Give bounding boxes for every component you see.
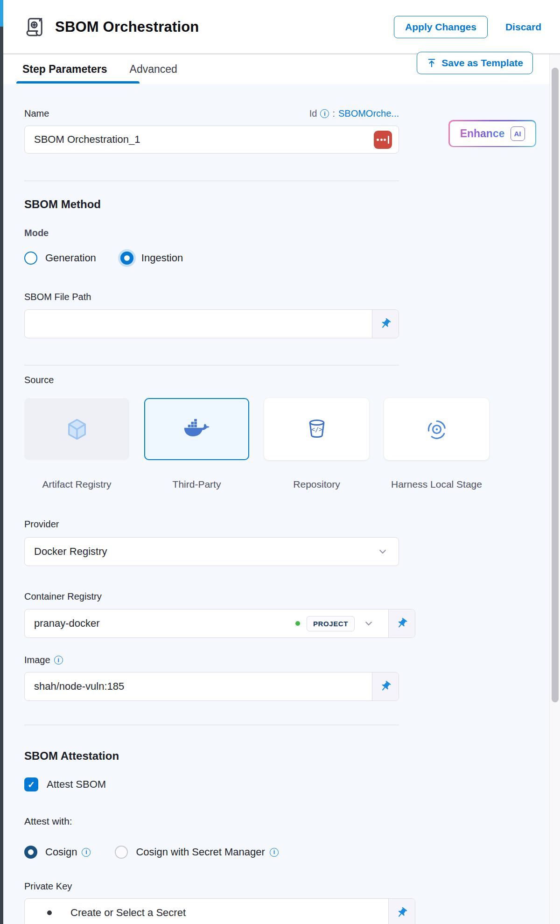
- radio-cosign-secret-manager[interactable]: [115, 846, 128, 859]
- radio-generation-label[interactable]: Generation: [45, 252, 96, 264]
- discard-button[interactable]: Discard: [505, 21, 541, 33]
- scrollbar-thumb[interactable]: [552, 68, 559, 702]
- sbom-step-icon: [24, 16, 47, 38]
- sbom-attestation-heading: SBOM Attestation: [24, 749, 560, 763]
- divider: [24, 181, 399, 181]
- source-card-harness-local-stage[interactable]: [384, 398, 489, 460]
- provider-select[interactable]: Docker Registry: [24, 537, 399, 566]
- drawer-header: SBOM Orchestration Apply Changes Discard: [3, 0, 560, 54]
- source-label: Source: [24, 375, 560, 385]
- divider: [24, 725, 399, 725]
- header-actions: Apply Changes Discard: [394, 16, 541, 38]
- mode-label: Mode: [24, 228, 560, 238]
- runtime-input-pin-button[interactable]: [372, 672, 399, 700]
- active-tab-underline: [16, 81, 140, 84]
- cosign-info-icon[interactable]: i: [82, 848, 91, 857]
- sbom-method-heading: SBOM Method: [24, 198, 560, 211]
- chevron-down-icon[interactable]: [364, 619, 373, 628]
- enhance-label: Enhance: [460, 127, 505, 140]
- source-card-label[interactable]: Third-Party: [173, 476, 221, 492]
- radio-cosign-secret-manager-label[interactable]: Cosign with Secret Manager: [136, 846, 265, 858]
- image-label: Image: [24, 655, 50, 665]
- pin-icon: [393, 615, 410, 632]
- svg-text:</>: </>: [311, 426, 322, 433]
- step-config-drawer: SBOM Orchestration Apply Changes Discard…: [3, 0, 560, 924]
- page-title: SBOM Orchestration: [55, 19, 199, 35]
- docker-whale-icon: [183, 419, 210, 440]
- private-key-label: Private Key: [24, 881, 560, 892]
- radio-cosign-label[interactable]: Cosign: [45, 846, 77, 858]
- radio-ingestion-label[interactable]: Ingestion: [141, 252, 183, 264]
- pin-icon: [377, 315, 394, 332]
- attest-sbom-checkbox[interactable]: ✓: [24, 777, 38, 791]
- edit-name-icon[interactable]: [374, 131, 392, 149]
- pin-icon: [393, 904, 410, 921]
- private-key-secret-input[interactable]: Create or Select a Secret: [24, 898, 415, 924]
- ai-badge-icon: AI: [511, 126, 525, 141]
- tab-step-parameters[interactable]: Step Parameters: [22, 63, 107, 76]
- step-id[interactable]: Id i : SBOMOrche...: [309, 108, 399, 119]
- source-card-label[interactable]: Harness Local Stage: [391, 476, 482, 492]
- chevron-down-icon: [378, 547, 387, 556]
- enhance-ai-button[interactable]: Enhance AI: [448, 120, 536, 147]
- tab-advanced[interactable]: Advanced: [130, 63, 177, 76]
- id-info-icon[interactable]: i: [320, 109, 329, 118]
- scrollbar-track[interactable]: [549, 54, 560, 924]
- sbom-file-path-label: SBOM File Path: [24, 292, 560, 302]
- sbom-file-path-input[interactable]: [24, 309, 399, 338]
- runtime-input-pin-button[interactable]: [388, 899, 415, 924]
- source-card-repository[interactable]: </>: [264, 398, 369, 460]
- harness-local-stage-icon: [425, 418, 448, 441]
- image-input[interactable]: shah/node-vuln:185: [24, 672, 399, 701]
- tab-bar: Step Parameters Advanced Save as Templat…: [3, 54, 560, 84]
- source-card-third-party[interactable]: [144, 398, 249, 460]
- attest-sbom-label[interactable]: Attest SBOM: [47, 778, 106, 791]
- runtime-input-pin-button[interactable]: [388, 609, 415, 637]
- attest-with-label: Attest with:: [24, 816, 560, 827]
- apply-changes-button[interactable]: Apply Changes: [394, 16, 488, 38]
- connector-status-dot: [295, 621, 300, 626]
- cosign-secret-manager-info-icon[interactable]: i: [270, 848, 279, 857]
- radio-cosign[interactable]: [24, 846, 37, 859]
- radio-ingestion[interactable]: [120, 252, 133, 265]
- source-card-group: Artifact Registry: [24, 398, 560, 492]
- runtime-input-pin-button[interactable]: [372, 310, 399, 338]
- container-registry-label: Container Registry: [24, 591, 560, 602]
- image-info-icon[interactable]: i: [54, 656, 63, 665]
- repository-icon: </>: [306, 418, 328, 441]
- artifact-registry-icon: [65, 417, 89, 441]
- container-registry-input[interactable]: pranay-docker PROJECT: [24, 609, 415, 638]
- step-id-value: SBOMOrche...: [338, 108, 399, 119]
- pin-icon: [377, 678, 394, 695]
- source-card-artifact-registry[interactable]: [24, 398, 129, 460]
- source-card-label[interactable]: Repository: [293, 476, 340, 492]
- name-input[interactable]: SBOM Orchestration_1: [24, 126, 399, 154]
- divider: [24, 365, 399, 365]
- page-edge-strip: [0, 0, 3, 924]
- scope-badge: PROJECT: [307, 616, 355, 631]
- provider-label: Provider: [24, 519, 560, 530]
- step-parameters-form: Enhance AI Name Id i : SBOMOrche... SBOM…: [3, 108, 560, 924]
- page-edge-accent: [0, 0, 3, 27]
- name-label: Name: [24, 108, 49, 119]
- radio-generation[interactable]: [24, 252, 37, 265]
- save-as-template-button[interactable]: Save as Template: [417, 52, 533, 74]
- source-card-label[interactable]: Artifact Registry: [42, 476, 111, 492]
- secret-icon: [47, 910, 52, 915]
- upload-icon: [427, 58, 437, 68]
